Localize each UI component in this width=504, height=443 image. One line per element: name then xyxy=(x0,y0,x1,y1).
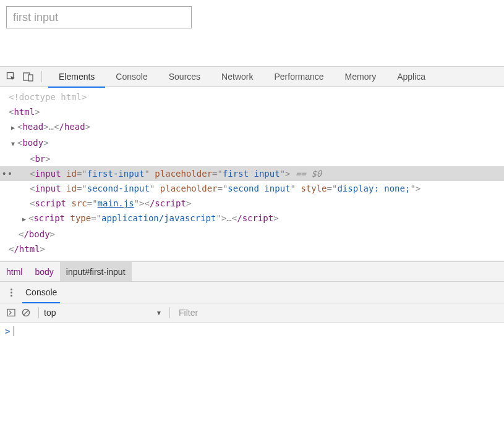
tab-memory[interactable]: Memory xyxy=(335,67,387,87)
dom-input-first[interactable]: •••<input id="first-input" placeholder="… xyxy=(0,166,504,181)
tab-application[interactable]: Applica xyxy=(387,67,436,87)
dom-tree[interactable]: <!doctype html> <html> ▶<head>…</head> ▼… xyxy=(0,87,504,261)
console-divider xyxy=(169,307,170,318)
dom-body-close[interactable]: </body> xyxy=(0,227,504,242)
svg-rect-2 xyxy=(28,75,33,81)
console-cursor xyxy=(14,326,14,336)
dom-input-second[interactable]: <input id="second-input" placeholder="se… xyxy=(0,181,504,196)
dom-script-src[interactable]: <script src="main.js"></script> xyxy=(0,196,504,211)
tab-network[interactable]: Network xyxy=(211,67,263,87)
console-controls: top ▼ xyxy=(0,303,504,323)
console-context-selector[interactable]: top ▼ xyxy=(44,308,164,318)
svg-line-5 xyxy=(23,310,28,315)
dom-html-close[interactable]: </html> xyxy=(0,242,504,256)
kebab-menu-icon[interactable] xyxy=(4,289,19,297)
devtools-toolbar: Elements Console Sources Network Perform… xyxy=(0,67,504,87)
tab-console[interactable]: Console xyxy=(105,67,158,87)
dom-br[interactable]: <br> xyxy=(0,151,504,166)
tab-performance[interactable]: Performance xyxy=(263,67,334,87)
console-body[interactable]: > xyxy=(0,323,504,340)
dom-script-inline[interactable]: ▶<script type="application/javascript">…… xyxy=(0,211,504,227)
console-divider xyxy=(38,307,39,318)
dom-html-open[interactable]: <html> xyxy=(0,104,504,119)
breadcrumb: html body input#first-input xyxy=(0,261,504,281)
dom-doctype[interactable]: <!doctype html> xyxy=(0,90,504,104)
device-toolbar-icon[interactable] xyxy=(22,70,35,83)
console-context-label: top xyxy=(44,308,56,318)
breadcrumb-html[interactable]: html xyxy=(0,262,28,281)
dom-body-open[interactable]: ▼<body> xyxy=(0,135,504,151)
page-viewport xyxy=(0,0,504,66)
console-drawer-tab[interactable]: Console xyxy=(22,282,60,303)
dom-head[interactable]: ▶<head>…</head> xyxy=(0,119,504,135)
console-prompt-icon: > xyxy=(5,326,10,336)
breadcrumb-input[interactable]: input#first-input xyxy=(60,262,132,281)
devtools-tabs: Elements Console Sources Network Perform… xyxy=(48,67,436,87)
clear-console-icon[interactable] xyxy=(19,308,33,317)
breadcrumb-body[interactable]: body xyxy=(28,262,59,281)
tab-elements[interactable]: Elements xyxy=(48,67,105,87)
inspect-element-icon[interactable] xyxy=(4,70,18,83)
first-input[interactable] xyxy=(6,6,192,28)
console-drawer-header: Console xyxy=(0,281,504,303)
chevron-down-icon: ▼ xyxy=(156,310,162,316)
toolbar-divider xyxy=(41,71,42,82)
devtools-panel: Elements Console Sources Network Perform… xyxy=(0,66,504,340)
console-sidebar-toggle-icon[interactable] xyxy=(4,308,19,317)
tab-sources[interactable]: Sources xyxy=(158,67,211,87)
console-filter-input[interactable] xyxy=(175,305,500,320)
